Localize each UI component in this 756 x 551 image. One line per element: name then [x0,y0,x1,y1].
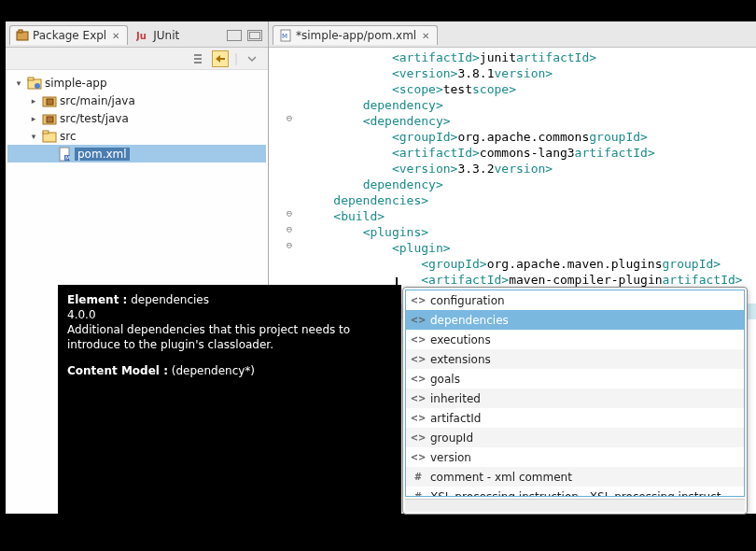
xml-comment-icon: # [412,472,425,483]
tree-item[interactable]: ▾simple-app [7,74,266,92]
xml-element-icon: <> [412,354,425,365]
collapse-all-button[interactable] [189,50,206,67]
link-with-editor-button[interactable] [212,50,229,67]
content-assist-item[interactable]: <>goals [406,369,744,389]
folder-icon [42,129,57,144]
content-assist-item-label: artifactId [430,412,481,425]
content-assist-item-label: goals [430,373,460,386]
tab-junit[interactable]: Ju JUnit [130,25,186,45]
tree-item-label: simple-app [45,77,107,90]
editor-tab-label: *simple-app/pom.xml [296,29,416,42]
view-menu-button[interactable] [244,50,260,67]
svg-rect-4 [28,78,34,80]
svg-point-5 [35,83,40,89]
code-content: <artifactId>junitartifactId> <version>3.… [304,49,756,319]
content-assist-item-label: dependencies [430,314,509,327]
tree-item[interactable]: ▾src [7,127,266,145]
fold-minus-icon[interactable]: ⊖ [284,224,295,235]
tree-item-label: pom.xml [75,148,130,161]
file-icon: M [57,147,72,162]
tree-item[interactable]: ▸src/main/java [7,92,266,109]
content-assist-item-label: comment - xml comment [430,471,572,484]
close-icon[interactable]: ✕ [420,30,431,41]
content-assist-list[interactable]: <>configuration<>dependencies<>execution… [405,290,745,497]
xml-element-icon: <> [412,452,425,463]
pkg-icon [42,93,57,108]
chevron-right-icon[interactable]: ▸ [28,95,39,106]
xml-element-icon: <> [412,374,425,385]
fold-minus-icon[interactable]: ⊖ [284,208,295,219]
junit-icon: Ju [136,29,149,42]
content-assist-item[interactable]: <>dependencies [406,310,744,330]
svg-rect-9 [47,117,53,122]
horizontal-scrollbar[interactable] [405,499,745,512]
chevron-down-icon[interactable]: ▾ [28,131,39,142]
content-assist-item[interactable]: <>artifactId [406,408,744,428]
chevron-right-icon[interactable]: ▸ [28,113,39,124]
content-assist-popup: <>configuration<>dependencies<>execution… [402,287,748,515]
project-icon [27,76,42,91]
left-tab-bar: Package Expl ✕ Ju JUnit [6,21,268,48]
fold-minus-icon[interactable]: ⊖ [284,113,295,124]
content-assist-item-label: executions [430,333,491,346]
tree-item-label: src/main/java [60,94,135,107]
tree-item[interactable]: Mpom.xml [7,145,266,162]
xml-element-icon: <> [412,413,425,424]
maximize-button[interactable] [247,30,262,41]
content-assist-item-label: groupId [430,431,473,445]
tree-item-label: src [60,130,77,143]
element-doc-tooltip: Element : dependencies 4.0.0 Additional … [58,285,401,515]
svg-text:M: M [282,33,287,40]
xml-element-icon: <> [412,315,425,326]
xml-comment-icon: # [412,491,425,498]
svg-rect-1 [19,30,22,33]
xml-file-icon: M [279,29,292,42]
content-assist-item[interactable]: #XSL processing instruction - XSL proces… [406,487,744,497]
expander-placeholder [43,148,54,160]
xml-element-icon: <> [412,334,425,346]
pkg-icon [42,111,57,126]
content-assist-item[interactable]: <>extensions [406,349,744,369]
package-explorer-icon [16,29,29,42]
tree-item-label: src/test/java [60,112,129,125]
content-assist-item-label: configuration [430,294,505,307]
content-assist-item[interactable]: #comment - xml comment [406,467,744,487]
content-assist-item[interactable]: <>inherited [406,389,744,408]
tooltip-version: 4.0.0 [67,307,392,322]
tab-label: JUnit [153,29,179,42]
content-assist-item[interactable]: <>version [406,447,744,467]
package-explorer-toolbar: | [6,48,268,70]
content-assist-item[interactable]: <>groupId [406,428,744,447]
svg-rect-7 [47,99,53,105]
xml-element-icon: <> [412,432,425,444]
content-assist-item[interactable]: <>executions [406,330,744,349]
chevron-down-icon[interactable]: ▾ [13,78,24,89]
minimize-button[interactable] [227,30,242,41]
tab-label: Package Expl [33,29,106,42]
tooltip-content-model-label: Content Model : [67,364,168,377]
tooltip-description: Additional dependencies that this projec… [67,322,392,352]
content-assist-item-label: version [430,451,471,464]
content-assist-item[interactable]: <>configuration [406,290,744,310]
tooltip-element-value: dependencies [131,293,209,306]
xml-element-icon: <> [412,393,425,404]
content-assist-item-label: inherited [430,392,481,405]
content-assist-item-label: XSL processing instruction - XSL process… [430,490,721,498]
svg-text:M: M [65,154,70,161]
svg-rect-11 [43,131,49,134]
xml-element-icon: <> [412,295,425,306]
tooltip-content-model-value: (dependency*) [172,364,255,377]
editor-tab-pom[interactable]: M *simple-app/pom.xml ✕ [273,25,438,45]
tree-item[interactable]: ▸src/test/java [7,109,266,127]
fold-minus-icon[interactable]: ⊖ [284,240,295,251]
tab-package-explorer[interactable]: Package Expl ✕ [9,25,128,45]
content-assist-item-label: extensions [430,353,491,366]
close-icon[interactable]: ✕ [110,30,121,41]
editor-tab-bar: M *simple-app/pom.xml ✕ [269,21,756,48]
tooltip-element-label: Element : [67,293,127,306]
svg-text:Ju: Ju [136,31,147,41]
